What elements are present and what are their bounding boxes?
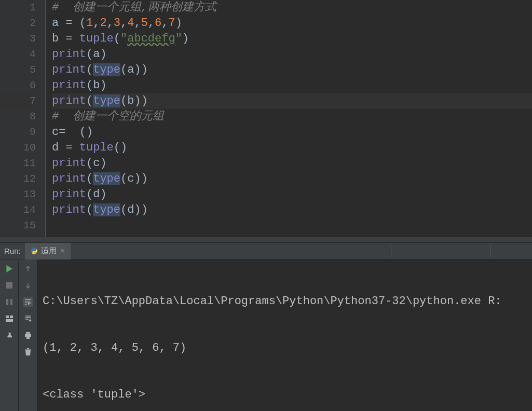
builtin-tuple: tuple — [79, 32, 114, 45]
code-line-4[interactable]: print(a) — [52, 47, 532, 62]
builtin-print: print — [52, 48, 86, 61]
close-icon[interactable]: ✕ — [60, 247, 65, 255]
line-number: 8 — [0, 109, 36, 125]
run-label: Run: — [0, 246, 25, 255]
comment-text: # 创建一个空的元组 — [52, 110, 164, 123]
code-line-3[interactable]: b = tuple("abcdefg") — [52, 31, 532, 47]
builtin-type: type — [93, 172, 120, 185]
arrow-up-icon[interactable] — [23, 264, 33, 274]
line-number: 14 — [0, 202, 36, 218]
identifier: c — [93, 157, 100, 170]
paren: ) — [134, 63, 141, 76]
paren: ) — [100, 157, 106, 170]
code-line-6[interactable]: print(b) — [52, 78, 532, 93]
line-number: 12 — [0, 171, 36, 187]
console-output[interactable]: C:\Users\TZ\AppData\Local\Programs\Pytho… — [37, 259, 532, 411]
identifier: d — [127, 203, 134, 216]
comma: , — [134, 17, 141, 30]
operator: = — [59, 141, 79, 154]
console-line: <class 'tuple'> — [43, 387, 527, 403]
code-line-12[interactable]: print(type(c)) — [52, 171, 532, 187]
paren: ) — [86, 126, 93, 139]
paren: ) — [182, 32, 189, 45]
code-editor[interactable]: # 创建一个元组,两种创建方式 a = (1,2,3,4,5,6,7) b = … — [46, 0, 532, 237]
paren: ) — [100, 188, 106, 201]
code-line-7[interactable]: print(type(b)) — [52, 93, 532, 109]
svg-rect-2 — [10, 299, 12, 305]
builtin-print: print — [52, 94, 86, 107]
line-number: 9 — [0, 125, 36, 140]
line-gutter: 1 2 3 4 5 6 7 8 9 10 11 12 13 14 15 — [0, 0, 46, 237]
identifier: c — [127, 172, 134, 185]
builtin-type: type — [93, 94, 120, 107]
paren: ( — [86, 172, 93, 185]
line-number: 13 — [0, 187, 36, 202]
identifier: b — [127, 94, 134, 107]
run-tab-name: 适用 — [41, 246, 57, 256]
arrow-down-icon[interactable] — [23, 280, 33, 291]
number: 2 — [100, 17, 106, 30]
code-line-1[interactable]: # 创建一个元组,两种创建方式 — [52, 0, 532, 16]
svg-rect-5 — [6, 319, 13, 322]
line-number: 3 — [0, 31, 36, 47]
layout-icon[interactable] — [4, 313, 15, 324]
operator: = — [59, 126, 72, 139]
editor-area: 1 2 3 4 5 6 7 8 9 10 11 12 13 14 15 # 创建… — [0, 0, 532, 237]
console-toolbar-left — [0, 259, 19, 411]
number: 6 — [155, 17, 161, 30]
comment-text: # 创建一个元组,两种创建方式 — [52, 1, 216, 14]
soft-wrap-icon[interactable] — [23, 297, 33, 307]
code-line-10[interactable]: d = tuple() — [52, 140, 532, 156]
paren: ( — [120, 172, 127, 185]
identifier: a — [127, 63, 134, 76]
svg-rect-3 — [6, 316, 9, 318]
builtin-type: type — [93, 63, 120, 76]
builtin-print: print — [52, 79, 86, 92]
identifier: d — [93, 188, 100, 201]
console-area: C:\Users\TZ\AppData\Local\Programs\Pytho… — [0, 259, 532, 411]
console-line: C:\Users\TZ\AppData\Local\Programs\Pytho… — [43, 294, 527, 309]
line-number: 6 — [0, 78, 36, 93]
pause-icon[interactable] — [4, 297, 15, 307]
number: 7 — [168, 17, 175, 30]
comma: , — [120, 17, 127, 30]
code-line-9[interactable]: c= () — [52, 125, 532, 140]
rerun-icon[interactable] — [4, 264, 15, 274]
code-line-2[interactable]: a = (1,2,3,4,5,6,7) — [52, 16, 532, 31]
paren: ( — [79, 17, 86, 30]
code-line-15[interactable] — [52, 218, 532, 234]
code-line-11[interactable]: print(c) — [52, 156, 532, 171]
trash-icon[interactable] — [23, 347, 33, 357]
paren: ) — [120, 141, 127, 154]
code-line-13[interactable]: print(d) — [52, 187, 532, 202]
scroll-to-end-icon[interactable] — [23, 313, 33, 324]
comma: , — [148, 17, 155, 30]
tab-divider — [490, 245, 490, 257]
code-line-8[interactable]: # 创建一个空的元组 — [52, 109, 532, 125]
code-line-14[interactable]: print(type(d)) — [52, 202, 532, 218]
identifier: b — [93, 79, 100, 92]
quote: " — [175, 32, 182, 45]
builtin-print: print — [52, 203, 86, 216]
panel-resize-handle[interactable] — [0, 237, 532, 243]
line-number: 5 — [0, 62, 36, 78]
paren: ( — [86, 188, 93, 201]
code-line-5[interactable]: print(type(a)) — [52, 62, 532, 78]
paren: ( — [86, 63, 93, 76]
paren: ( — [120, 203, 127, 216]
python-icon — [30, 247, 38, 255]
paren: ) — [134, 94, 141, 107]
line-number: 1 — [0, 0, 36, 16]
paren: ( — [73, 126, 86, 139]
pin-icon[interactable] — [4, 330, 15, 340]
svg-rect-0 — [6, 282, 12, 289]
comma: , — [93, 17, 100, 30]
stop-icon[interactable] — [4, 280, 15, 291]
operator: = — [59, 17, 79, 30]
operator: = — [59, 32, 79, 45]
paren: ) — [100, 48, 106, 61]
run-tab[interactable]: 适用 ✕ — [25, 243, 71, 259]
builtin-print: print — [52, 63, 86, 76]
print-icon[interactable] — [23, 330, 33, 340]
paren: ( — [86, 79, 93, 92]
